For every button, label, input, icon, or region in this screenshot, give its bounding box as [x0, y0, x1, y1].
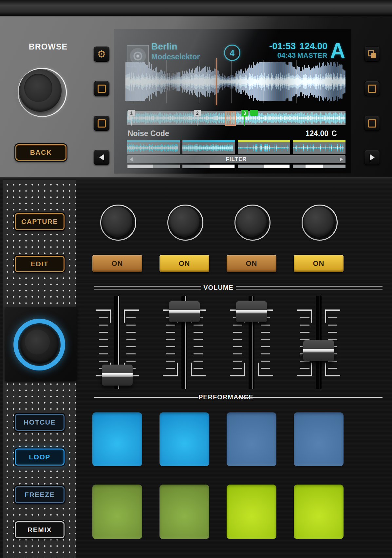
performance-pad[interactable]	[92, 485, 142, 539]
view-button-right-1[interactable]	[364, 81, 380, 96]
volume-fader-cap[interactable]	[236, 301, 267, 322]
fader-tick-short	[300, 332, 309, 333]
fader-tick-long	[96, 309, 111, 311]
fader-tick-short	[233, 325, 242, 326]
filter-position-slider[interactable]	[182, 165, 235, 168]
fader-tick-long	[230, 375, 245, 376]
cue-marker-flag[interactable]: 3	[241, 110, 248, 116]
beat-grid-line	[231, 60, 232, 103]
fx-knob[interactable]	[304, 207, 334, 237]
fx-knob[interactable]	[236, 207, 267, 237]
slot-on-button[interactable]: ON	[227, 255, 276, 272]
fader-tick-short	[300, 368, 309, 369]
cue-marker-flag[interactable]: 1	[128, 110, 135, 116]
filter-page-right-icon[interactable]	[340, 157, 343, 161]
performance-pad[interactable]	[159, 412, 209, 466]
remix-slot-cell[interactable]	[293, 140, 345, 154]
fader-tick-short	[233, 339, 242, 340]
layered-squares-icon	[368, 50, 376, 58]
volume-fader-cap[interactable]	[102, 365, 133, 386]
fx-knob[interactable]	[169, 207, 199, 237]
fader-tick-short	[126, 332, 136, 333]
time-total: 04:43	[245, 51, 296, 59]
freeze-button[interactable]: FREEZE	[15, 486, 65, 503]
track-title: Berlin	[151, 41, 177, 52]
fx-knob[interactable]	[102, 207, 132, 237]
fader-tick-short	[328, 339, 337, 340]
back-button[interactable]: BACK	[15, 144, 66, 161]
beat-grid-line	[199, 60, 199, 103]
fader-tick-short	[166, 325, 175, 326]
performance-pad[interactable]	[294, 485, 344, 539]
hotcue-button-label: HOTCUE	[24, 418, 56, 426]
filter-bar[interactable]: FILTER	[127, 155, 345, 163]
page-left-button[interactable]	[94, 150, 109, 165]
slot-on-button[interactable]: ON	[92, 255, 142, 272]
edit-button[interactable]: EDIT	[15, 256, 65, 272]
slot-on-button[interactable]: ON	[159, 255, 209, 272]
fader-tick-short	[126, 339, 136, 340]
performance-pad[interactable]	[227, 412, 276, 466]
remix-slot-cell[interactable]	[127, 140, 180, 154]
fader-tick-long	[124, 309, 139, 311]
fader-tick-short	[99, 317, 108, 318]
fader-tick-short	[328, 317, 337, 318]
performance-divider-left	[94, 397, 198, 398]
loop-encoder-face	[25, 329, 50, 354]
freeze-button-label: FREEZE	[25, 491, 55, 499]
fader-tick-short	[261, 353, 270, 354]
fader-tick-short	[194, 346, 203, 347]
filter-position-fill	[210, 165, 234, 168]
view-button-right-2[interactable]	[364, 116, 380, 131]
fader-tick-short	[328, 325, 337, 326]
fader-tick-short	[99, 332, 108, 333]
filter-position-slider[interactable]	[238, 165, 290, 168]
performance-pad[interactable]	[159, 485, 209, 539]
view-button-left-1[interactable]	[94, 81, 109, 96]
top-bezel	[0, 0, 392, 16]
view-button-left-2[interactable]	[94, 116, 109, 131]
performance-pad[interactable]	[294, 412, 344, 466]
slot-on-button[interactable]: ON	[294, 255, 344, 272]
settings-button[interactable]: ⚙	[94, 47, 109, 62]
deck-switch-button[interactable]	[364, 47, 380, 62]
remix-deck-letter: C	[331, 129, 337, 138]
fader-tick-short	[261, 361, 270, 362]
remix-slot-cell[interactable]	[182, 140, 235, 154]
beat-grid-line	[263, 60, 264, 103]
filter-position-slider[interactable]	[293, 165, 345, 168]
fader-tick-short	[166, 353, 175, 354]
cue-marker-flag[interactable]: 2	[194, 110, 201, 116]
fader-tick-short	[300, 317, 309, 318]
volume-divider-left	[94, 286, 201, 289]
filter-position-slider[interactable]	[127, 165, 180, 168]
fader-tick-short	[328, 368, 337, 369]
filter-page-left-icon[interactable]	[130, 157, 133, 161]
fader-tick-long	[297, 309, 312, 311]
fader-tick-short	[233, 368, 242, 369]
page-right-button[interactable]	[364, 150, 380, 165]
remix-slot-cell[interactable]	[238, 140, 290, 154]
fader-tick-long	[297, 375, 312, 376]
performance-pad[interactable]	[92, 412, 142, 466]
hotcue-button[interactable]: HOTCUE	[15, 414, 65, 431]
fader-tick-short	[99, 339, 108, 340]
fader-tick-long	[191, 375, 206, 376]
performance-pad[interactable]	[227, 485, 276, 539]
overview-green-marker[interactable]	[250, 110, 258, 116]
fader-tick-corner	[177, 363, 178, 376]
capture-button[interactable]: CAPTURE	[15, 213, 65, 230]
gear-icon: ⚙	[97, 49, 106, 59]
remix-button[interactable]: REMIX	[15, 521, 65, 538]
loop-button-label: LOOP	[29, 453, 50, 461]
fader-tick-short	[99, 361, 108, 362]
volume-fader-cap[interactable]	[169, 301, 200, 322]
beat-grid-line	[296, 60, 297, 103]
volume-fader-cap[interactable]	[303, 340, 334, 361]
fader-tick-short	[194, 325, 203, 326]
fader-tick-short	[300, 339, 309, 340]
dj-controller: BROWSE BACK ⚙ Berlin Modeselektor 4 -01:…	[0, 0, 392, 558]
browse-knob-face	[24, 74, 52, 102]
overview-loop-region[interactable]	[225, 111, 236, 126]
loop-button[interactable]: LOOP	[15, 448, 65, 466]
